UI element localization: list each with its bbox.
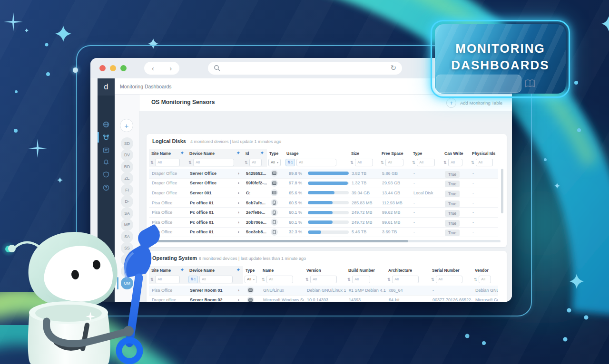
horizontal-scrollbar[interactable] xyxy=(149,240,501,242)
minimize-window-button[interactable] xyxy=(110,65,116,71)
sort-icon[interactable]: ⇅ xyxy=(150,160,154,165)
filter-name[interactable] xyxy=(266,276,293,283)
plus-icon: + xyxy=(446,98,456,108)
filter-site-name[interactable] xyxy=(155,159,180,166)
help-icon xyxy=(103,184,109,191)
sort-icon[interactable]: ⇅ xyxy=(188,160,192,165)
sort-icon[interactable]: ⇅ xyxy=(474,277,477,282)
col-build-number: Build Number xyxy=(346,266,386,274)
forward-button[interactable]: › xyxy=(162,62,180,75)
sidebar-item-security[interactable] xyxy=(98,169,115,180)
sort-icon[interactable]: ⇅ xyxy=(381,160,384,165)
chevron-right-icon[interactable]: › xyxy=(238,210,239,215)
filter-device-name[interactable] xyxy=(193,159,234,166)
operating-system-card: Operating System 6 monitored devices | l… xyxy=(147,251,507,302)
caret-down-icon: ▾ xyxy=(277,161,278,164)
filter-build-number[interactable] xyxy=(352,276,370,283)
frame-node-dot xyxy=(73,67,78,73)
table-row[interactable]: Pisa Office Pc office 01› 5cb7afc... 60.… xyxy=(149,198,498,208)
close-window-button[interactable] xyxy=(99,65,106,71)
chevron-right-icon[interactable]: › xyxy=(238,201,239,205)
filter-usage[interactable] xyxy=(296,159,336,166)
filter-version[interactable] xyxy=(310,276,337,283)
sort-icon[interactable]: ⇅ xyxy=(305,277,309,282)
table-row[interactable]: Pisa Office Pc office 01› 2e7fe8e... 60.… xyxy=(149,208,498,218)
col-site-name: Site Name xyxy=(151,151,171,156)
device-sort-badge[interactable]: ⇅1 xyxy=(188,276,198,283)
filter-free-space[interactable] xyxy=(385,159,403,166)
filter-type-2[interactable] xyxy=(417,159,435,166)
pin-icon[interactable] xyxy=(236,268,240,272)
bell-icon xyxy=(103,159,109,165)
avatar-sd[interactable]: SD xyxy=(121,137,133,150)
can-write-badge: True xyxy=(445,181,460,187)
pin-icon[interactable] xyxy=(180,151,184,155)
sort-icon[interactable]: ⇅ xyxy=(431,277,434,282)
logical-disks-card: Logical Disks 4 monitored devices | last… xyxy=(147,134,507,247)
sidebar-item-help[interactable] xyxy=(98,182,115,193)
vertical-scrollbar-thumb[interactable] xyxy=(501,169,503,213)
pin-icon[interactable] xyxy=(236,151,240,155)
filter-size[interactable] xyxy=(355,159,373,166)
add-monitoring-table-button[interactable]: + Add Monitoring Table xyxy=(446,97,502,108)
maximize-window-button[interactable] xyxy=(120,65,127,71)
filter-type-select[interactable]: All▾ xyxy=(245,276,257,283)
back-button[interactable]: ‹ xyxy=(144,62,162,75)
sort-icon[interactable]: ⇅ xyxy=(443,160,447,165)
book-icon xyxy=(525,79,535,88)
app-logo[interactable]: d xyxy=(98,78,115,96)
table-row[interactable]: Pisa Office Pc office 01› 20b706e... 60.… xyxy=(149,218,498,228)
table-row[interactable]: Pisa Office Pc office 01› 5ce3cb8... 32.… xyxy=(149,228,498,238)
sidebar-item-dashboards[interactable] xyxy=(98,145,115,155)
device-icon xyxy=(271,199,278,206)
table-row[interactable]: Draper office Server Room 02› Microsoft … xyxy=(149,296,498,302)
sort-icon[interactable]: ⇅ xyxy=(347,277,351,282)
chevron-right-icon[interactable]: › xyxy=(238,171,239,176)
chevron-right-icon[interactable]: › xyxy=(238,191,239,195)
avatar-fi[interactable]: FI xyxy=(121,184,133,196)
reload-icon[interactable]: ↻ xyxy=(390,64,396,72)
table-row[interactable]: Draper Office Server Office› 59f0fcf2-..… xyxy=(149,179,498,189)
filter-vendor[interactable] xyxy=(479,276,491,283)
chevron-right-icon[interactable]: › xyxy=(238,288,239,293)
usage-bar xyxy=(308,201,349,204)
table-row[interactable]: Draper Office Server Office› 5425552... … xyxy=(149,169,498,179)
sort-icon[interactable]: ⇅ xyxy=(262,277,265,282)
filter-type-select[interactable]: All▾ xyxy=(268,159,281,166)
col-version: Version xyxy=(304,266,346,274)
search-icon xyxy=(214,65,220,71)
filter-physical-ids[interactable] xyxy=(476,159,493,166)
chevron-right-icon[interactable]: › xyxy=(238,297,239,302)
usage-sort-badge[interactable]: ⇅1 xyxy=(285,159,295,166)
sort-icon[interactable]: ⇅ xyxy=(350,160,354,165)
app-title: Monitoring Dashboards xyxy=(120,84,172,89)
sort-icon[interactable]: ⇅ xyxy=(412,160,415,165)
chevron-right-icon[interactable]: › xyxy=(238,220,239,225)
pin-icon[interactable] xyxy=(260,151,264,155)
table-row[interactable]: Draper Office Server 001› C: 65.6 % 39.0… xyxy=(149,188,498,198)
sort-icon[interactable]: ⇅ xyxy=(471,160,474,165)
filter-serial-number[interactable] xyxy=(436,276,462,283)
pin-icon[interactable] xyxy=(180,268,184,272)
address-bar[interactable]: ↻ xyxy=(208,62,402,75)
avatar-sa[interactable]: SA xyxy=(121,207,133,220)
avatar-rd[interactable]: RD xyxy=(121,161,133,173)
chevron-right-icon[interactable]: › xyxy=(238,181,239,185)
avatar-dv[interactable]: DV xyxy=(121,149,133,161)
filter-architecture[interactable] xyxy=(392,276,419,283)
chevron-right-icon[interactable]: › xyxy=(238,230,239,234)
horizontal-scrollbar-thumb[interactable] xyxy=(149,240,408,242)
add-group-button[interactable]: + xyxy=(120,119,133,132)
sidebar-item-sensors[interactable] xyxy=(98,132,115,143)
sidebar-item-alerts[interactable] xyxy=(98,157,115,167)
col-can-write: Can Write xyxy=(442,149,470,157)
sort-icon[interactable]: ⇅ xyxy=(245,160,248,165)
avatar-ze[interactable]: ZE xyxy=(121,172,133,184)
filter-device-name[interactable] xyxy=(199,276,233,283)
avatar-d[interactable]: D- xyxy=(121,195,133,208)
sort-icon[interactable]: ⇅ xyxy=(387,277,391,282)
filter-can-write[interactable] xyxy=(448,159,462,166)
filter-id[interactable] xyxy=(249,159,262,166)
sidebar-item-network[interactable] xyxy=(98,119,115,130)
table-row[interactable]: Pisa Office Server Room 01› GNU/Linux De… xyxy=(149,286,498,296)
